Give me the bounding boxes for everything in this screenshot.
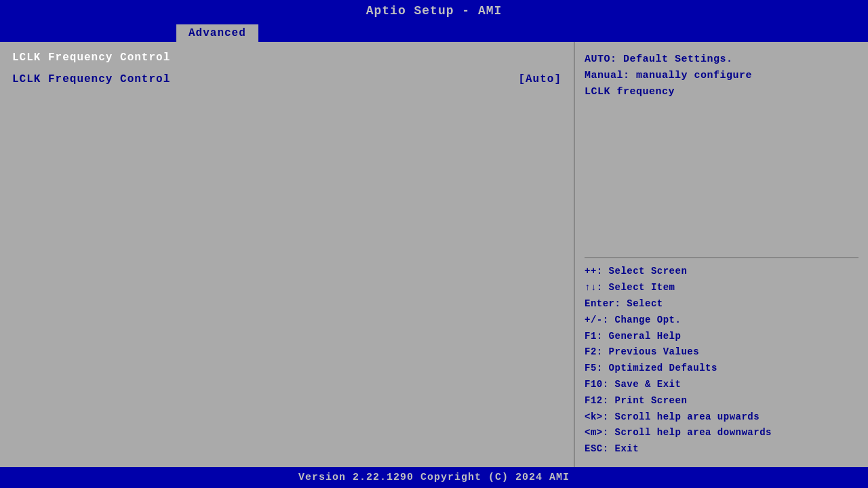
menu-item-label-lclk: LCLK Frequency Control: [12, 73, 170, 85]
title-bar: Aptio Setup - AMI: [0, 0, 868, 22]
app-title: Aptio Setup - AMI: [366, 4, 502, 18]
menu-item-lclk[interactable]: LCLK Frequency Control [Auto]: [12, 72, 561, 87]
section-title: LCLK Frequency Control: [12, 52, 561, 64]
tab-advanced[interactable]: Advanced: [176, 24, 258, 42]
help-text: AUTO: Default Settings. Manual: manually…: [585, 52, 859, 251]
shortcuts: ++: Select Screen ↑↓: Select Item Enter:…: [585, 264, 859, 458]
divider: [585, 257, 859, 258]
menu-item-value-lclk: [Auto]: [518, 73, 561, 85]
footer: Version 2.22.1290 Copyright (C) 2024 AMI: [0, 467, 868, 488]
tab-bar: Advanced: [0, 22, 868, 42]
footer-text: Version 2.22.1290 Copyright (C) 2024 AMI: [298, 472, 570, 483]
app: Aptio Setup - AMI Advanced LCLK Frequenc…: [0, 0, 868, 488]
main-content: LCLK Frequency Control LCLK Frequency Co…: [0, 42, 868, 467]
right-panel: AUTO: Default Settings. Manual: manually…: [575, 42, 868, 467]
left-panel: LCLK Frequency Control LCLK Frequency Co…: [0, 42, 575, 467]
